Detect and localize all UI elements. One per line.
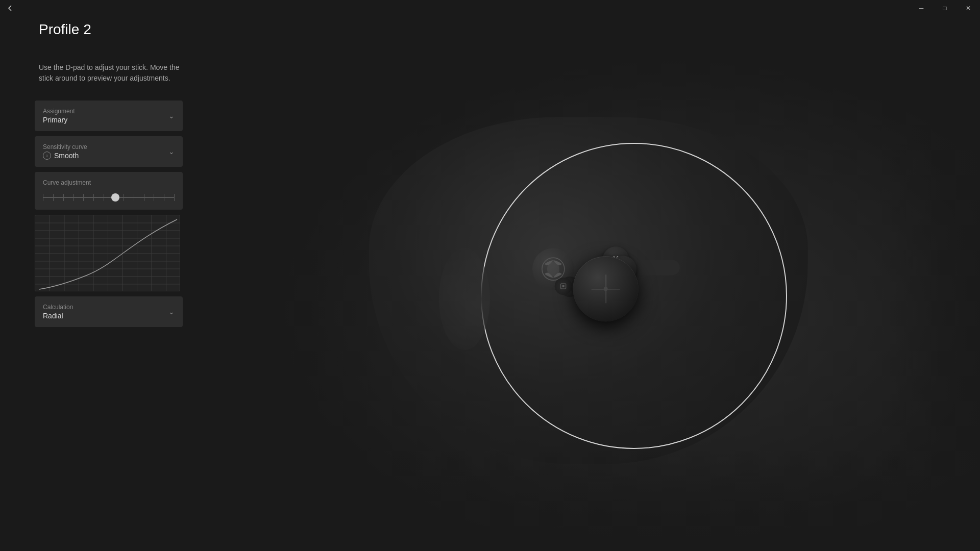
assignment-label: Assignment bbox=[43, 108, 75, 115]
minimize-button[interactable]: ─ bbox=[910, 0, 933, 16]
calculation-dropdown[interactable]: Calculation Radial ⌄ bbox=[35, 296, 183, 327]
sensitivity-chart bbox=[35, 215, 180, 291]
assignment-value: Primary bbox=[43, 116, 75, 124]
sensitivity-value: ○ Smooth bbox=[43, 152, 87, 160]
curve-slider-thumb[interactable] bbox=[111, 193, 119, 202]
titlebar: ─ □ ✕ bbox=[0, 0, 980, 16]
instruction-text: Use the D-pad to adjust your stick. Move… bbox=[39, 62, 182, 84]
tick-12 bbox=[154, 194, 154, 201]
tick-6 bbox=[93, 194, 94, 201]
calculation-chevron-icon: ⌄ bbox=[168, 308, 175, 316]
sensitivity-chevron-icon: ⌄ bbox=[168, 147, 175, 156]
svg-rect-21 bbox=[562, 285, 565, 287]
tick-10 bbox=[134, 194, 134, 201]
stick-center-dot bbox=[604, 287, 608, 291]
svg-point-19 bbox=[547, 261, 559, 277]
calculation-label: Calculation bbox=[43, 304, 73, 311]
window-controls: ─ □ ✕ bbox=[910, 0, 980, 16]
assignment-dropdown[interactable]: Assignment Primary ⌄ bbox=[35, 101, 183, 131]
curve-adj-label: Curve adjustment bbox=[43, 179, 175, 186]
close-button[interactable]: ✕ bbox=[957, 0, 980, 16]
tick-5 bbox=[83, 194, 84, 201]
dpad-area bbox=[439, 248, 490, 350]
tick-14 bbox=[174, 194, 175, 201]
back-button[interactable] bbox=[0, 0, 20, 16]
slider-ticks bbox=[43, 194, 175, 201]
bottom-fade bbox=[214, 449, 980, 551]
tick-1 bbox=[43, 194, 43, 201]
controller-area: Y X B A bbox=[214, 16, 980, 551]
maximize-button[interactable]: □ bbox=[933, 0, 957, 16]
sensitivity-dropdown[interactable]: Sensitivity curve ○ Smooth ⌄ bbox=[35, 136, 183, 167]
curve-adjustment-panel: Curve adjustment bbox=[35, 172, 183, 210]
sensitivity-label: Sensitivity curve bbox=[43, 143, 87, 151]
tick-2 bbox=[53, 194, 54, 201]
chart-svg bbox=[35, 215, 180, 291]
share-icon bbox=[559, 282, 568, 290]
tick-4 bbox=[73, 194, 74, 201]
tick-13 bbox=[164, 194, 164, 201]
sensitivity-content: Sensitivity curve ○ Smooth bbox=[43, 143, 87, 160]
tick-11 bbox=[144, 194, 144, 201]
right-stick-thumbstick[interactable] bbox=[573, 256, 639, 321]
tick-3 bbox=[63, 194, 64, 201]
curve-slider-container bbox=[43, 192, 175, 203]
smooth-icon: ○ bbox=[43, 152, 51, 160]
left-panel: Assignment Primary ⌄ Sensitivity curve ○… bbox=[35, 101, 183, 327]
tick-7 bbox=[104, 194, 104, 201]
slider-track bbox=[43, 197, 175, 198]
assignment-content: Assignment Primary bbox=[43, 108, 75, 124]
calculation-content: Calculation Radial bbox=[43, 304, 73, 320]
share-button[interactable] bbox=[555, 278, 572, 295]
main-content: Profile 2 Mapping Left stick Right stick… bbox=[0, 16, 980, 551]
assignment-chevron-icon: ⌄ bbox=[168, 112, 175, 120]
calculation-value: Radial bbox=[43, 312, 73, 320]
tick-9 bbox=[124, 194, 124, 201]
